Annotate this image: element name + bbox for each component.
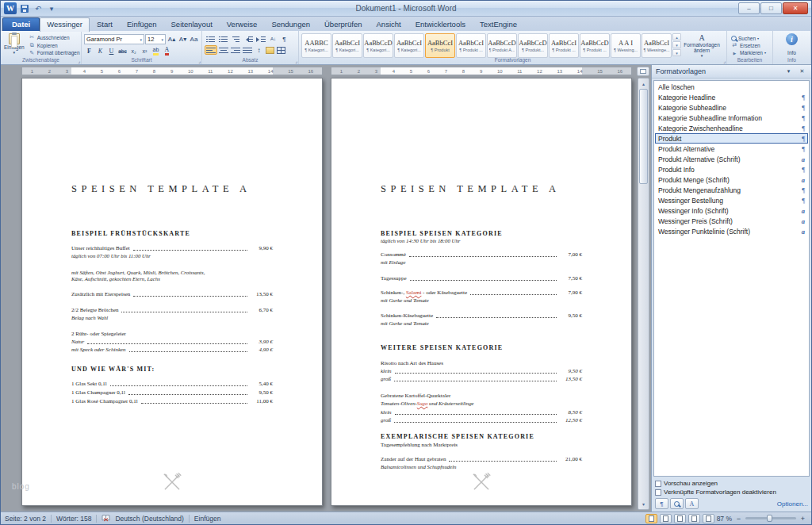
minimize-button[interactable]: – bbox=[738, 2, 760, 14]
fullscreen-view-button[interactable] bbox=[660, 514, 672, 523]
outline-view-button[interactable] bbox=[688, 514, 700, 523]
tab-sendungen[interactable]: Sendungen bbox=[264, 17, 317, 31]
pane-menu-icon[interactable]: ▾ bbox=[783, 67, 794, 76]
gallery-more-button[interactable]: ▾ bbox=[672, 49, 681, 56]
font-size-combo[interactable]: 12▾ bbox=[145, 34, 166, 44]
style-produkt-selected[interactable]: AaBbCcI¶ Produkt bbox=[425, 33, 455, 58]
shading-button[interactable] bbox=[265, 45, 275, 55]
web-layout-view-button[interactable] bbox=[674, 514, 686, 523]
insert-mode-indicator[interactable]: Einfügen bbox=[194, 515, 221, 523]
replace-button[interactable]: ⇄Ersetzen bbox=[730, 42, 768, 48]
zoom-out-button[interactable]: − bbox=[734, 514, 743, 523]
zoom-slider[interactable] bbox=[745, 517, 796, 519]
style-inspector-button[interactable] bbox=[670, 498, 684, 509]
superscript-button[interactable]: x² bbox=[140, 46, 150, 56]
language-indicator[interactable]: Deutsch (Deutschland) bbox=[115, 515, 183, 523]
style-item-selected[interactable]: Produkt¶ bbox=[655, 133, 808, 144]
style-item[interactable]: Kategorie Headline¶ bbox=[655, 92, 808, 102]
strikethrough-button[interactable]: abc bbox=[117, 46, 128, 56]
change-case-button[interactable]: Aa bbox=[189, 35, 199, 44]
style-item[interactable]: Wessinger Bestellung¶ bbox=[655, 195, 808, 205]
highlight-color-button[interactable]: ab bbox=[151, 46, 161, 56]
save-button[interactable] bbox=[19, 3, 30, 14]
disable-linked-checkbox[interactable]: Verknüpfte Formatvorlagen deaktivieren bbox=[655, 489, 808, 496]
tab-start[interactable]: Start bbox=[90, 17, 120, 31]
style-produkt-4[interactable]: AaBbCcD¶ Produkt... bbox=[518, 33, 548, 58]
style-produkt-alternative[interactable]: AaBbCcD¶ Produkt A... bbox=[487, 33, 517, 58]
clear-all-styles[interactable]: Alle löschen bbox=[655, 82, 808, 92]
decrease-indent-button[interactable] bbox=[243, 34, 255, 44]
styles-pane-header[interactable]: Formatvorlagen ▾ ✕ bbox=[652, 65, 811, 79]
tab-seitenlayout[interactable]: Seitenlayout bbox=[164, 17, 220, 31]
style-produkt-2[interactable]: AaBbCcI¶ Produkt ... bbox=[456, 33, 486, 58]
options-link[interactable]: Optionen... bbox=[777, 500, 808, 508]
italic-button[interactable]: K bbox=[95, 46, 105, 56]
change-styles-button[interactable]: A Formatvorlagen ändern ▾ bbox=[683, 33, 721, 56]
style-item[interactable]: Produkt Alternative (Schrift)a bbox=[655, 154, 808, 164]
spellcheck-icon[interactable] bbox=[102, 515, 110, 522]
align-right-button[interactable] bbox=[230, 45, 241, 55]
vertical-scrollbar[interactable]: ▴ ▾ bbox=[638, 78, 649, 510]
gallery-scroll-up-button[interactable]: ▴ bbox=[672, 33, 681, 40]
ruler-toggle-button[interactable] bbox=[637, 67, 649, 76]
style-kategorie-headline[interactable]: AABBC¶ Kategori... bbox=[301, 33, 331, 58]
style-item[interactable]: Wessinger Preis (Schrift)a bbox=[655, 216, 808, 226]
paste-dropdown-icon[interactable]: ▾ bbox=[13, 50, 16, 56]
numbering-button[interactable] bbox=[217, 34, 229, 44]
style-kategorie-subheadline-info[interactable]: AaBbCcD¶ Kategori... bbox=[363, 33, 393, 58]
preview-checkbox[interactable]: Vorschau anzeigen bbox=[655, 480, 808, 487]
borders-button[interactable] bbox=[276, 45, 286, 55]
style-item[interactable]: Wessinger Info (Schrift)a bbox=[655, 205, 808, 216]
copy-button[interactable]: ⧉Kopieren bbox=[27, 42, 82, 49]
format-painter-button[interactable]: ✎Format übertragen bbox=[27, 49, 82, 56]
maximize-button[interactable]: □ bbox=[760, 2, 782, 14]
style-produkt-6[interactable]: AaBbCcD¶ Produkt ... bbox=[580, 33, 610, 58]
increase-indent-button[interactable] bbox=[255, 34, 267, 44]
tab-textengine[interactable]: TextEngine bbox=[473, 17, 524, 31]
style-kategorie-subheadline[interactable]: AaBbCcI¶ Kategori... bbox=[332, 33, 362, 58]
document-canvas[interactable]: 1 2 3 4 5 6 7 8 9 10 11 12 13 14 15 16 1… bbox=[1, 65, 651, 512]
page-indicator[interactable]: Seite: 2 von 2 bbox=[5, 515, 46, 523]
zoom-slider-thumb[interactable] bbox=[767, 515, 772, 522]
find-button[interactable]: Suchen▾ bbox=[730, 35, 768, 41]
scroll-down-arrow[interactable]: ▾ bbox=[638, 499, 649, 509]
line-spacing-button[interactable]: ↕ bbox=[254, 45, 264, 55]
document-page-2[interactable]: SPEISEN TEMPLATE A BEISPIEL SPEISEN KATE… bbox=[331, 78, 632, 506]
tab-wessinger[interactable]: Wessinger bbox=[40, 17, 90, 32]
formatvorlagen-dialog-launcher[interactable]: ⌟ bbox=[723, 59, 726, 63]
show-paragraph-marks-button[interactable]: ¶ bbox=[279, 34, 289, 44]
style-item[interactable]: Kategorie Subheadline Information¶ bbox=[655, 113, 808, 123]
font-name-combo[interactable]: Garamond Pr▾ bbox=[84, 34, 144, 44]
tab-einfuegen[interactable]: Einfügen bbox=[120, 17, 164, 31]
tab-ueberpruefen[interactable]: Überprüfen bbox=[317, 17, 370, 31]
tab-entwicklertools[interactable]: Entwicklertools bbox=[408, 17, 473, 31]
zoom-level[interactable]: 87 % bbox=[717, 515, 732, 523]
tab-datei[interactable]: Datei bbox=[2, 17, 40, 31]
zwischenablage-dialog-launcher[interactable]: ⌟ bbox=[78, 59, 80, 63]
undo-button[interactable]: ↶ bbox=[33, 3, 44, 14]
select-button[interactable]: ▶Markieren▾ bbox=[730, 50, 768, 56]
style-item[interactable]: Produkt Mengenaufzählung¶ bbox=[655, 185, 808, 195]
style-item[interactable]: Wessinger Punktelinie (Schrift)a bbox=[655, 226, 808, 236]
absatz-dialog-launcher[interactable]: ⌟ bbox=[295, 59, 297, 63]
bullets-button[interactable] bbox=[205, 34, 216, 44]
draft-view-button[interactable] bbox=[703, 514, 714, 523]
align-center-button[interactable] bbox=[218, 45, 229, 55]
cut-button[interactable]: ✂Ausschneiden bbox=[27, 34, 82, 41]
style-item[interactable]: Produkt Menge (Schrift)a bbox=[655, 174, 808, 185]
style-kategorie-zwischenheadline[interactable]: AaBbCcI¶ Kategori... bbox=[394, 33, 424, 58]
qat-customize-button[interactable]: ▾ bbox=[46, 3, 57, 14]
style-item[interactable]: Kategorie Zwischenheadline¶ bbox=[655, 123, 808, 133]
new-style-button[interactable]: ¶ bbox=[655, 498, 668, 509]
document-page-1[interactable]: SPEISEN TEMPLATE A BEISPIEL FRÜHSTÜCKSKA… bbox=[21, 78, 323, 506]
font-color-button[interactable]: A bbox=[162, 46, 172, 56]
schriftart-dialog-launcher[interactable]: ⌟ bbox=[198, 59, 201, 63]
tab-verweise[interactable]: Verweise bbox=[220, 17, 265, 31]
print-layout-view-button[interactable] bbox=[645, 514, 657, 523]
word-count[interactable]: Wörter: 158 bbox=[56, 515, 91, 523]
scroll-up-arrow[interactable]: ▴ bbox=[638, 79, 649, 89]
tab-ansicht[interactable]: Ansicht bbox=[370, 17, 408, 31]
subscript-button[interactable]: x₂ bbox=[128, 46, 139, 56]
gallery-scroll-down-button[interactable]: ▾ bbox=[672, 41, 681, 48]
bold-button[interactable]: F bbox=[84, 46, 94, 56]
